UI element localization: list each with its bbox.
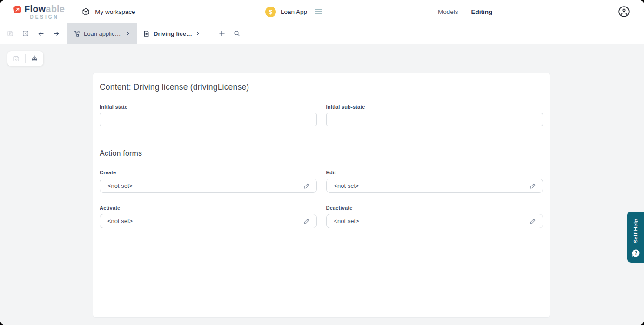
nav-editing[interactable]: Editing bbox=[471, 8, 493, 15]
app-badge: $ bbox=[265, 7, 276, 17]
app-menu-icon[interactable] bbox=[315, 9, 322, 14]
content-model-panel: Content: Driving license (drivingLicense… bbox=[93, 73, 550, 318]
edit-form-picker[interactable]: <not set> bbox=[326, 179, 543, 193]
edit-pencil-icon[interactable] bbox=[303, 218, 310, 225]
logo-brand-primary: Flow bbox=[24, 4, 46, 14]
flowable-logo-text: Flowable DESIGN bbox=[24, 4, 65, 20]
save-icon[interactable] bbox=[7, 30, 14, 37]
create-form-label: Create bbox=[100, 170, 317, 175]
nav-models[interactable]: Models bbox=[438, 8, 458, 15]
create-form-value: <not set> bbox=[107, 182, 133, 189]
tab-label: Driving lice… bbox=[154, 30, 192, 37]
app-switcher[interactable]: $ Loan App bbox=[265, 0, 322, 23]
workspace-selector[interactable]: My workspace bbox=[81, 7, 135, 16]
edit-pencil-icon[interactable] bbox=[529, 182, 537, 190]
flowable-logo: Flowable DESIGN bbox=[13, 4, 65, 20]
logo-product-label: DESIGN bbox=[24, 15, 65, 20]
case-model-icon bbox=[73, 30, 80, 37]
tab-driving-license[interactable]: Driving lice… bbox=[137, 23, 207, 44]
activate-form-label: Activate bbox=[100, 205, 317, 211]
action-forms-heading: Action forms bbox=[100, 149, 543, 158]
tab-bar: Loan applic… Driving lice… bbox=[0, 23, 644, 44]
initial-state-input[interactable] bbox=[100, 113, 317, 126]
tabbar-right bbox=[207, 23, 241, 44]
self-help-label: Self Help bbox=[633, 219, 638, 243]
workspace-cube-icon bbox=[81, 7, 90, 16]
top-nav: Models Editing bbox=[438, 0, 492, 23]
tab-label: Loan applic… bbox=[84, 30, 122, 37]
app-name: Loan App bbox=[281, 8, 307, 15]
app-header: Flowable DESIGN My workspace $ Loan App bbox=[0, 0, 644, 23]
flowable-logo-icon bbox=[13, 5, 22, 14]
search-icon[interactable] bbox=[233, 30, 241, 37]
initial-sub-state-input[interactable] bbox=[326, 113, 543, 126]
deactivate-form-picker[interactable]: <not set> bbox=[326, 214, 543, 228]
self-help-button[interactable]: Self Help ? bbox=[627, 212, 644, 263]
tab-toolbar bbox=[0, 23, 67, 44]
save-model-icon[interactable] bbox=[13, 55, 20, 62]
download-model-icon[interactable] bbox=[31, 55, 38, 62]
tab-close-icon[interactable] bbox=[196, 31, 201, 36]
user-avatar-icon[interactable] bbox=[618, 6, 630, 18]
activate-form-picker[interactable]: <not set> bbox=[100, 214, 317, 228]
create-form-picker[interactable]: <not set> bbox=[100, 179, 317, 193]
content-area: Content: Driving license (drivingLicense… bbox=[0, 44, 644, 325]
toolbar-divider bbox=[25, 54, 26, 63]
deactivate-form-value: <not set> bbox=[334, 218, 359, 225]
initial-sub-state-label: Initial sub-state bbox=[326, 104, 543, 110]
app-badge-initial: $ bbox=[269, 8, 272, 15]
model-toolbar bbox=[7, 51, 43, 66]
svg-text:?: ? bbox=[634, 250, 637, 256]
close-tab-icon[interactable] bbox=[22, 30, 29, 37]
edit-form-label: Edit bbox=[326, 170, 543, 175]
flowable-design-window: Flowable DESIGN My workspace $ Loan App bbox=[0, 0, 644, 325]
edit-pencil-icon[interactable] bbox=[529, 218, 537, 225]
tab-loan-application[interactable]: Loan applic… bbox=[67, 23, 137, 44]
deactivate-form-label: Deactivate bbox=[326, 205, 543, 211]
new-tab-icon[interactable] bbox=[218, 30, 226, 37]
help-bubble-icon: ? bbox=[631, 248, 641, 258]
activate-form-value: <not set> bbox=[107, 218, 133, 225]
panel-title: Content: Driving license (drivingLicense… bbox=[100, 82, 543, 92]
logo-brand-secondary: able bbox=[46, 4, 65, 14]
edit-form-value: <not set> bbox=[334, 182, 359, 189]
workspace-label: My workspace bbox=[95, 8, 135, 15]
document-icon bbox=[143, 30, 150, 37]
tab-close-icon[interactable] bbox=[126, 31, 132, 36]
edit-pencil-icon[interactable] bbox=[303, 182, 310, 190]
forward-arrow-icon[interactable] bbox=[53, 30, 60, 37]
initial-state-label: Initial state bbox=[100, 104, 317, 110]
back-arrow-icon[interactable] bbox=[37, 30, 45, 37]
